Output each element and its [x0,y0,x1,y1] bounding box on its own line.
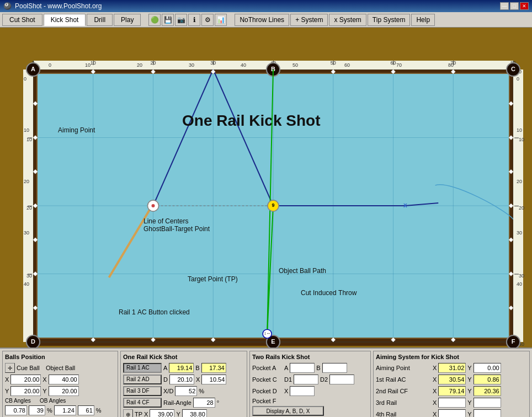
tp-y-input[interactable] [182,409,207,417]
balls-position-title: Balls Position [5,354,115,360]
tab-cut-shot[interactable]: Cut Shot [2,14,42,26]
deg-label: ° [217,399,219,406]
x-cue-input[interactable] [10,375,41,384]
r1ac-y-label: Y [467,376,471,383]
r4-y-label: Y [467,411,471,417]
pocket-f-label: Pocket F [252,398,283,404]
r2cf-x-input[interactable] [438,386,466,396]
cue-ball-move-btn[interactable]: ✛ [5,363,15,373]
pocket-c-d2-input[interactable] [329,375,354,384]
pocket-d-label: Pocket D [252,388,283,394]
r2cf-y-label: Y [467,388,471,394]
btn-help[interactable]: Help [411,14,435,26]
ap-x-input[interactable] [438,363,466,373]
x-rail-input[interactable] [201,375,226,384]
window-title: PoolShot - www.PoolShot.org [15,2,102,10]
r1ac-y-input[interactable] [474,375,501,384]
r4-x-input[interactable] [438,409,466,417]
ruler-left: 0 10 20 30 40 [24,70,34,342]
ob-angles-label: OB Angles [40,398,66,404]
cb-angle1-input[interactable] [5,405,27,415]
rail3-as-label: 3rd Rail [376,399,431,406]
rail3-btn[interactable]: Rail 3 DF [123,386,162,396]
r1ac-x-input[interactable] [438,375,466,384]
ob-angle1-input[interactable] [54,405,76,415]
r3-x-input[interactable] [438,398,466,408]
pocket-c-d1-input[interactable] [294,375,318,384]
x-obj-input[interactable] [49,375,79,384]
xd-input[interactable] [175,386,197,396]
x-label-obj: X [42,376,46,383]
balls-position-section: Balls Position ✛ Cue Ball Object Ball X … [2,351,118,417]
one-rail-section: One Rail Kick Shot Rail 1 AC A B Rail 2 … [120,351,247,417]
btn-tip-system[interactable]: Tip System [368,14,411,26]
icon-btn-green[interactable]: 🟢 [148,14,161,26]
tp-x-input[interactable] [150,409,174,417]
d-input[interactable] [169,375,194,384]
r3-x-label: X [433,399,437,406]
pocket-a-label: Pocket A [252,365,283,371]
y-obj-input[interactable] [49,386,79,396]
r3-y-input[interactable] [474,398,501,408]
b-input[interactable] [201,363,226,373]
pocket-c-label: Pocket C [252,376,283,383]
rail1ac-as-label: 1st Rail AC [376,376,431,383]
aiming-system-section: Aiming System for Kick Shot Aiming Point… [373,351,530,417]
ob-angle2-input[interactable] [78,405,94,415]
btn-no-throw[interactable]: NoThrow Lines [235,14,289,26]
display-abcd-btn[interactable]: Display A, B, D, X [252,406,324,416]
rail-angle-input[interactable] [193,398,215,408]
tab-drill[interactable]: Drill [87,14,113,26]
y-label-cue: Y [5,388,9,394]
icon-btn-settings[interactable]: ⚙ [201,14,214,26]
a-val-label: A [284,365,288,371]
two-rails-section: Two Rails Kick Shot Pocket A A B Pocket … [249,351,371,417]
object-ball-label: Object Ball [46,365,75,371]
icon-btn-save[interactable]: 💾 [162,14,174,26]
btn-x-system[interactable]: x System [329,14,366,26]
x-label: X [196,376,200,383]
a-input[interactable] [169,363,194,373]
r1ac-x-label: X [433,376,437,383]
ruler-top: 0 10 20 30 40 50 60 70 80 [33,61,515,70]
y-cue-input[interactable] [10,386,41,396]
d2-label: D2 [320,376,328,383]
table-area[interactable]: 0 10 20 30 40 50 60 70 80 0 10 20 30 40 … [0,28,532,348]
app-icon: 🎱 [3,2,12,10]
rail1-btn[interactable]: Rail 1 AC [123,363,162,373]
bottom-panel: Balls Position ✛ Cue Ball Object Ball X … [0,348,532,417]
tab-kick-shot[interactable]: Kick Shot [44,14,86,26]
cb-angle2-input[interactable] [29,405,45,415]
btn-plus-system[interactable]: + System [290,14,328,26]
minimize-button[interactable]: — [500,2,509,10]
r4-y-input[interactable] [474,409,501,417]
rail2cf-as-label: 2nd Rail CF [376,388,431,394]
icon-btn-info[interactable]: ℹ [188,14,200,26]
menu-bar: Cut Shot Kick Shot Drill Play 🟢 💾 📷 ℹ ⚙ … [0,12,532,28]
r3-y-label: Y [467,399,471,406]
title-bar: 🎱 PoolShot - www.PoolShot.org — □ ✕ [0,0,532,12]
a-label: A [163,365,167,371]
pocket-a-b-input[interactable] [322,363,347,373]
icon-btn-camera[interactable]: 📷 [175,14,187,26]
tp-icon[interactable]: ⊕ [123,409,133,417]
rail2-btn[interactable]: Rail 2 AD [123,375,162,384]
tp-x-label: X [144,411,148,417]
close-button[interactable]: ✕ [520,2,529,10]
y-label-obj: Y [42,388,46,394]
pocket-d-x-input[interactable] [290,386,315,396]
x-pocket-d-label: X [284,388,288,394]
r2cf-y-input[interactable] [474,386,501,396]
rail4-as-label: 4th Rail [376,411,431,417]
x-label-cue: X [5,376,9,383]
ap-y-input[interactable] [474,363,501,373]
ap-x-label: X [433,365,437,371]
rail4-btn[interactable]: Rail 4 CF [123,398,162,408]
tab-play[interactable]: Play [114,14,141,26]
pocket-a-input[interactable] [290,363,315,373]
r2cf-x-label: X [433,388,437,394]
b-val-label: B [316,365,320,371]
icon-btn-chart[interactable]: 📊 [215,14,227,26]
xd-label: X/D [163,388,173,394]
maximize-button[interactable]: □ [510,2,519,10]
